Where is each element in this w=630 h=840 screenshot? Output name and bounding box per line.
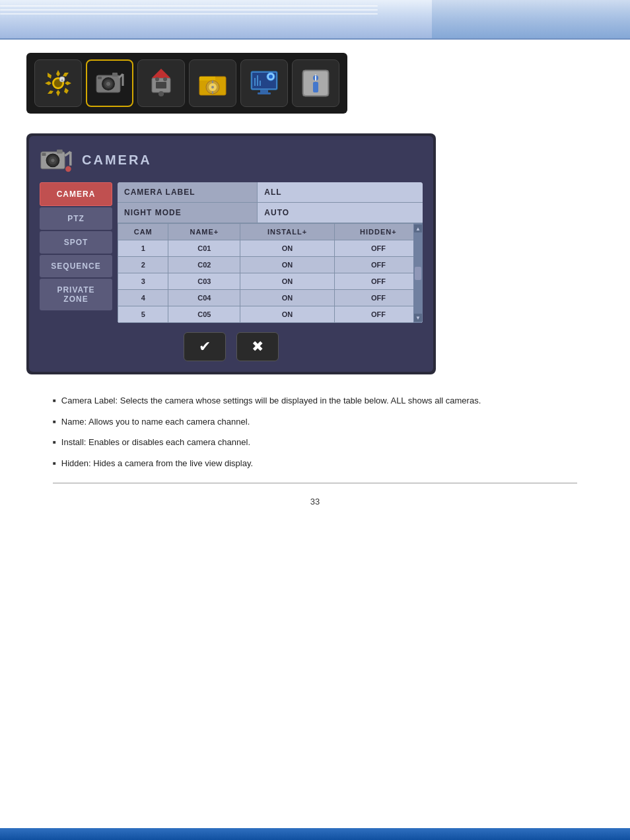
cell-name-1[interactable]: C02 xyxy=(168,257,240,273)
svg-rect-17 xyxy=(156,82,166,88)
table-row[interactable]: 1C01ONOFF xyxy=(118,240,423,257)
svg-rect-9 xyxy=(112,73,118,77)
alarm-icon xyxy=(145,67,177,99)
svg-rect-29 xyxy=(260,90,268,92)
svg-rect-43 xyxy=(42,153,46,156)
col-name[interactable]: NAME+ xyxy=(168,224,240,240)
bullet-list: Camera Label: Selects the camera whose s… xyxy=(53,394,577,470)
camera-table: CAM NAME+ INSTALL+ HIDDEN+ 1C01ONOFF2C02… xyxy=(118,223,423,323)
nav-spot[interactable]: SPOT xyxy=(40,231,112,254)
top-header xyxy=(0,0,630,40)
bullet-item-3: Install: Enables or disables each camera… xyxy=(53,436,577,449)
main-content: + xyxy=(0,40,630,526)
cell-name-0[interactable]: C01 xyxy=(168,240,240,257)
monitor-icon xyxy=(248,67,280,99)
night-mode-row: NIGHT MODE AUTO xyxy=(118,203,423,223)
svg-marker-14 xyxy=(152,69,170,78)
svg-rect-42 xyxy=(57,149,63,153)
col-hidden[interactable]: HIDDEN+ xyxy=(334,224,422,240)
cell-cam-0[interactable]: 1 xyxy=(118,240,168,257)
dialog-header: CAMERA xyxy=(40,147,423,173)
dialog-title: CAMERA xyxy=(82,153,152,168)
icon-toolbar: + xyxy=(26,53,347,114)
bottom-bar xyxy=(0,828,630,840)
table-row[interactable]: 4C04ONOFF xyxy=(118,290,423,306)
info-icon: i xyxy=(300,67,332,99)
col-cam: CAM xyxy=(118,224,168,240)
table-row[interactable]: 5C05ONOFF xyxy=(118,306,423,323)
svg-rect-47 xyxy=(66,168,71,170)
svg-rect-16 xyxy=(158,92,164,95)
cell-cam-3[interactable]: 4 xyxy=(118,290,168,306)
right-panel: CAMERA LABEL ALL NIGHT MODE AUTO CAM xyxy=(118,182,423,323)
nav-private-zone[interactable]: PRIVATE ZONE xyxy=(40,279,112,310)
camera-label-value[interactable]: ALL xyxy=(258,182,423,202)
left-nav: CAMERA PTZ SPOT SEQUENCE PRIVATE ZONE xyxy=(40,182,112,323)
cell-name-2[interactable]: C03 xyxy=(168,273,240,290)
svg-point-8 xyxy=(106,82,110,86)
col-install[interactable]: INSTALL+ xyxy=(240,224,334,240)
dialog-footer: ✔ ✖ xyxy=(40,332,423,361)
svg-point-24 xyxy=(211,86,214,88)
nav-ptz[interactable]: PTZ xyxy=(40,207,112,230)
bullet-item-2: Name: Allows you to name each camera cha… xyxy=(53,415,577,429)
cell-cam-1[interactable]: 2 xyxy=(118,257,168,273)
dialog-camera-icon xyxy=(40,147,74,173)
cell-hidden-4[interactable]: OFF xyxy=(334,306,422,323)
alarm-button[interactable] xyxy=(137,59,185,107)
camera-dialog: CAMERA CAMERA PTZ SPOT SEQUENCE PRIVATE … xyxy=(26,133,436,374)
svg-point-19 xyxy=(163,77,167,81)
cell-hidden-2[interactable]: OFF xyxy=(334,273,422,290)
svg-point-41 xyxy=(51,158,54,162)
confirm-button[interactable]: ✔ xyxy=(184,332,226,361)
scroll-down[interactable]: ▼ xyxy=(414,314,422,322)
svg-rect-30 xyxy=(258,92,271,94)
night-mode-value[interactable]: AUTO xyxy=(258,203,423,223)
cell-cam-4[interactable]: 5 xyxy=(118,306,168,323)
dialog-inner: CAMERA CAMERA PTZ SPOT SEQUENCE PRIVATE … xyxy=(29,136,433,372)
record-button[interactable] xyxy=(189,59,236,107)
svg-text:+: + xyxy=(61,78,63,83)
svg-point-18 xyxy=(155,77,159,81)
scroll-up[interactable]: ▲ xyxy=(414,225,422,232)
bullet-item-1: Camera Label: Selects the camera whose s… xyxy=(53,394,577,407)
folder-icon xyxy=(197,67,228,99)
header-decoration xyxy=(0,5,378,25)
svg-point-32 xyxy=(269,75,273,79)
cell-hidden-0[interactable]: OFF xyxy=(334,240,422,257)
cell-name-4[interactable]: C05 xyxy=(168,306,240,323)
night-mode-key: NIGHT MODE xyxy=(118,203,258,223)
cell-install-3[interactable]: ON xyxy=(240,290,334,306)
network-button[interactable] xyxy=(240,59,288,107)
cell-cam-2[interactable]: 3 xyxy=(118,273,168,290)
camera-label-row: CAMERA LABEL ALL xyxy=(118,182,423,203)
page-number: 33 xyxy=(26,497,604,507)
svg-rect-10 xyxy=(98,77,102,79)
page-divider xyxy=(53,483,577,483)
svg-rect-36 xyxy=(313,82,318,92)
bullet-item-4: Hidden: Hides a camera from the live vie… xyxy=(53,457,577,470)
camera-button[interactable] xyxy=(86,59,133,107)
svg-text:i: i xyxy=(314,73,316,83)
camera-table-wrapper: CAM NAME+ INSTALL+ HIDDEN+ 1C01ONOFF2C02… xyxy=(118,223,423,323)
scrollbar[interactable]: ▲ ▼ xyxy=(413,223,423,323)
nav-camera[interactable]: CAMERA xyxy=(40,182,112,206)
cell-install-4[interactable]: ON xyxy=(240,306,334,323)
nav-sequence[interactable]: SEQUENCE xyxy=(40,255,112,277)
cancel-button[interactable]: ✖ xyxy=(236,332,279,361)
cell-hidden-3[interactable]: OFF xyxy=(334,290,422,306)
camera-menu-icon xyxy=(94,67,125,99)
scroll-thumb[interactable] xyxy=(415,267,421,280)
cell-install-2[interactable]: ON xyxy=(240,273,334,290)
table-row[interactable]: 3C03ONOFF xyxy=(118,273,423,290)
table-row[interactable]: 2C02ONOFF xyxy=(118,257,423,273)
cell-name-3[interactable]: C04 xyxy=(168,290,240,306)
settings-button[interactable]: + xyxy=(34,59,82,107)
info-button[interactable]: i xyxy=(292,59,339,107)
dialog-body: CAMERA PTZ SPOT SEQUENCE PRIVATE ZONE CA… xyxy=(40,182,423,323)
cell-install-0[interactable]: ON xyxy=(240,240,334,257)
gear-icon: + xyxy=(42,67,74,99)
cell-install-1[interactable]: ON xyxy=(240,257,334,273)
camera-label-key: CAMERA LABEL xyxy=(118,182,258,202)
cell-hidden-1[interactable]: OFF xyxy=(334,257,422,273)
